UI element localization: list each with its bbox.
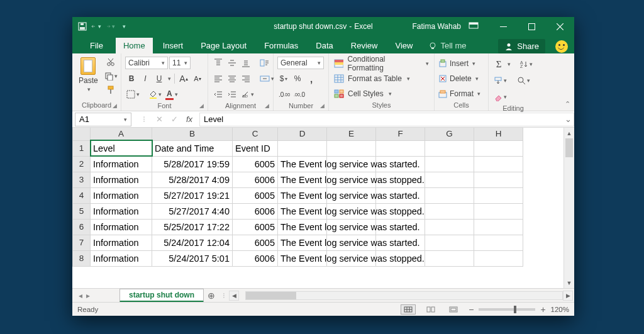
cell-styles-button[interactable]: Cell Styles▾	[333, 87, 393, 100]
align-top-button[interactable]	[212, 57, 225, 69]
collapse-ribbon-button[interactable]: ⌃	[565, 100, 570, 108]
borders-button[interactable]: ▾	[125, 88, 141, 101]
normal-view-button[interactable]	[401, 304, 416, 315]
tab-insert[interactable]: Insert	[155, 38, 191, 53]
hscroll-right[interactable]: ▶	[563, 291, 573, 301]
tab-home[interactable]: Home	[116, 38, 153, 53]
fill-color-button[interactable]: ▾	[147, 88, 163, 101]
format-painter-button[interactable]	[103, 84, 119, 96]
cell[interactable]	[425, 172, 474, 187]
cell[interactable]	[425, 219, 474, 235]
cell[interactable]: 6006	[233, 250, 278, 266]
wrap-text-button[interactable]	[258, 57, 271, 69]
formula-input[interactable]: Level	[199, 113, 563, 126]
save-icon[interactable]	[77, 21, 87, 31]
format-cells-button[interactable]: Format▾	[438, 87, 480, 100]
cell[interactable]	[425, 187, 474, 203]
tab-view[interactable]: View	[387, 38, 420, 53]
cell[interactable]	[474, 140, 523, 156]
currency-button[interactable]: $▾	[277, 72, 290, 85]
orientation-button[interactable]: ab▾	[240, 88, 255, 101]
row-header-4[interactable]: 4	[73, 187, 91, 203]
row-header-1[interactable]: 1	[73, 140, 91, 156]
cell[interactable]: 6006	[233, 203, 278, 219]
col-header-C[interactable]: C	[233, 128, 278, 140]
col-header-B[interactable]: B	[152, 128, 233, 140]
zoom-out-button[interactable]: −	[469, 304, 474, 315]
cell[interactable]: Information	[91, 250, 152, 266]
cell[interactable]: 6005	[233, 156, 278, 172]
cut-button[interactable]	[103, 56, 119, 69]
col-header-H[interactable]: H	[474, 128, 523, 140]
cell[interactable]	[425, 250, 474, 266]
name-box[interactable]: A1▾	[75, 113, 131, 126]
cell[interactable]: 5/24/2017 5:01	[152, 250, 233, 266]
sheet-tab-active[interactable]: startup shut down	[119, 289, 204, 303]
underline-button[interactable]: U	[153, 72, 165, 85]
cell[interactable]: 5/27/2017 4:40	[152, 203, 233, 219]
clipboard-launcher[interactable]: ◢	[113, 103, 119, 109]
qat-customize-icon[interactable]: ▾	[119, 21, 129, 31]
col-header-A[interactable]: A	[91, 128, 152, 140]
align-left-button[interactable]	[212, 72, 225, 85]
align-bottom-button[interactable]	[240, 57, 252, 69]
number-format-combo[interactable]: General▾	[277, 57, 324, 69]
hscroll-left[interactable]: ◀	[229, 291, 239, 301]
decrease-indent-button[interactable]	[212, 88, 225, 101]
fill-button[interactable]: ▾	[492, 74, 508, 87]
cell[interactable]	[474, 156, 523, 172]
cell[interactable]: The Event log service was started.	[278, 156, 327, 172]
copy-button[interactable]: ▾	[103, 70, 119, 82]
tell-me[interactable]: Tell me	[423, 38, 472, 53]
increase-indent-button[interactable]	[226, 88, 238, 101]
cell[interactable]: 5/27/2017 19:21	[152, 187, 233, 203]
row-header-7[interactable]: 7	[73, 235, 91, 250]
cell[interactable]: The Event log service was stopped.	[278, 250, 327, 266]
cell[interactable]	[278, 140, 327, 156]
maximize-button[interactable]	[518, 17, 546, 36]
feedback-smile-icon[interactable]	[555, 40, 568, 53]
close-button[interactable]	[546, 17, 574, 36]
cell[interactable]: Information	[91, 203, 152, 219]
cell[interactable]: Information	[91, 219, 152, 235]
worksheet-grid[interactable]: ABCDEFGH 1LevelDate and TimeEvent ID2Inf…	[72, 128, 574, 288]
cancel-formula-button[interactable]: ✕	[153, 114, 165, 124]
cell[interactable]	[425, 203, 474, 219]
ribbon-display-options-icon[interactable]	[469, 21, 480, 32]
row-header-6[interactable]: 6	[73, 219, 91, 235]
sheet-nav-last[interactable]: ▸	[86, 291, 90, 300]
cell[interactable]: 5/28/2017 4:09	[152, 172, 233, 187]
cell[interactable]: 5/24/2017 12:04	[152, 235, 233, 250]
percent-button[interactable]: %	[291, 72, 304, 85]
cell[interactable]: Date and Time	[152, 140, 233, 156]
cell[interactable]	[474, 219, 523, 235]
cell[interactable]	[327, 140, 376, 156]
cell[interactable]: 6006	[233, 172, 278, 187]
insert-function-button[interactable]: fx	[183, 114, 196, 124]
number-launcher[interactable]: ◢	[320, 103, 326, 109]
align-right-button[interactable]	[240, 72, 252, 85]
find-select-button[interactable]: ▾	[516, 74, 531, 87]
page-layout-view-button[interactable]	[423, 304, 438, 315]
tab-review[interactable]: Review	[343, 38, 386, 53]
tab-file[interactable]: File	[80, 38, 113, 53]
cell[interactable]: The Event log service was started.	[278, 187, 327, 203]
cell[interactable]: 6005	[233, 187, 278, 203]
row-header-2[interactable]: 2	[73, 156, 91, 172]
shrink-font-button[interactable]: A▾	[191, 72, 204, 85]
cell[interactable]: Information	[91, 187, 152, 203]
row-header-3[interactable]: 3	[73, 172, 91, 187]
delete-cells-button[interactable]: Delete▾	[438, 72, 479, 85]
cell[interactable]	[376, 140, 425, 156]
cell[interactable]: The Event log service was started.	[278, 219, 327, 235]
new-sheet-button[interactable]: ⊕	[204, 291, 219, 301]
italic-button[interactable]: I	[139, 72, 152, 85]
font-launcher[interactable]: ◢	[199, 103, 206, 109]
cell[interactable]: Information	[91, 235, 152, 250]
grow-font-button[interactable]: A▴	[177, 72, 190, 85]
cell[interactable]: 6005	[233, 219, 278, 235]
cell[interactable]: The Event log service was stopped.	[278, 203, 327, 219]
tab-data[interactable]: Data	[308, 38, 340, 53]
cell[interactable]: 5/28/2017 19:59	[152, 156, 233, 172]
cell[interactable]: 6005	[233, 235, 278, 250]
